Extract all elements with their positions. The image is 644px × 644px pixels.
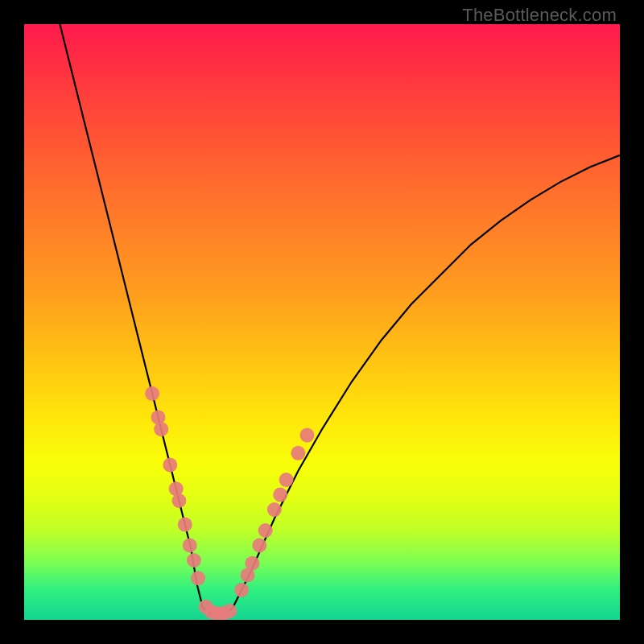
highlight-dot: [187, 553, 201, 568]
curve-path: [60, 24, 620, 614]
highlight-dot: [163, 458, 177, 473]
highlight-dot: [300, 428, 315, 443]
highlight-dot: [171, 493, 186, 508]
highlight-dot: [273, 488, 287, 502]
highlight-dot: [154, 422, 168, 436]
plot-area: [24, 24, 620, 620]
highlight-dot: [234, 583, 249, 597]
highlight-dot: [291, 446, 305, 460]
highlight-dot: [252, 539, 266, 553]
highlight-dot: [258, 523, 273, 538]
highlight-dot: [245, 556, 259, 571]
highlight-dot: [145, 386, 159, 401]
highlight-dot: [267, 502, 282, 517]
watermark-text: TheBottleneck.com: [462, 5, 617, 26]
dots-group: [145, 386, 314, 620]
chart-frame: TheBottleneck.com: [0, 0, 644, 644]
highlight-dot: [279, 473, 294, 487]
highlight-dot: [191, 571, 205, 585]
highlight-dot: [178, 518, 192, 532]
chart-svg: [24, 24, 620, 620]
highlight-dot: [222, 604, 237, 618]
highlight-dot: [183, 539, 197, 553]
